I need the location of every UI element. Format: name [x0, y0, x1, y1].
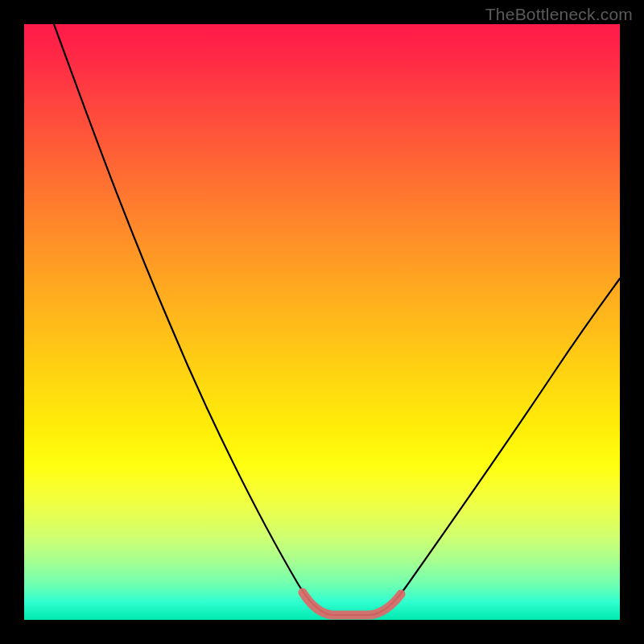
- curve-main-line: [54, 24, 620, 615]
- curve-bottom-highlight: [303, 592, 401, 615]
- chart-svg: [24, 24, 620, 620]
- chart-plot-area: [24, 24, 620, 620]
- watermark-text: TheBottleneck.com: [485, 5, 633, 24]
